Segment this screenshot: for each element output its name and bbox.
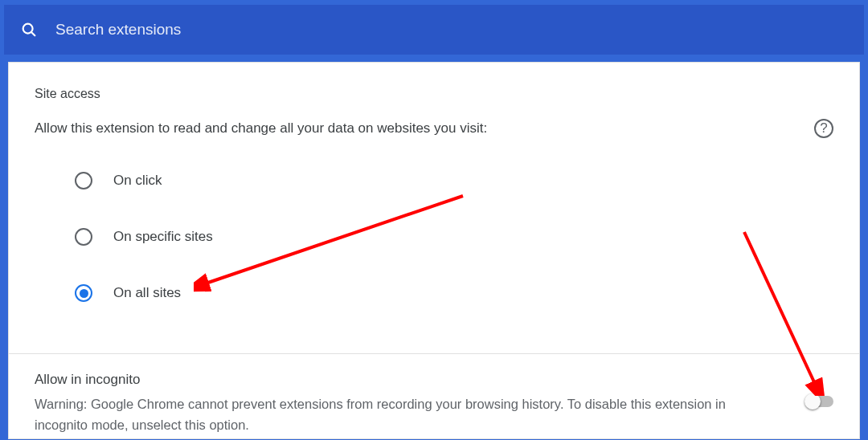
site-access-section: Site access Allow this extension to read… bbox=[9, 63, 859, 353]
panel-wrap: Site access Allow this extension to read… bbox=[0, 55, 868, 439]
settings-panel: Site access Allow this extension to read… bbox=[8, 62, 860, 439]
toggle-track bbox=[806, 396, 833, 407]
search-icon bbox=[20, 21, 38, 39]
site-access-subtitle-row: Allow this extension to read and change … bbox=[35, 119, 833, 138]
radio-on-all-sites[interactable]: On all sites bbox=[75, 265, 833, 321]
svg-line-1 bbox=[31, 32, 35, 35]
radio-label: On all sites bbox=[113, 285, 181, 301]
header-bar bbox=[0, 0, 868, 55]
incognito-toggle[interactable] bbox=[806, 396, 833, 407]
incognito-title: Allow in incognito bbox=[35, 372, 774, 388]
toggle-thumb bbox=[805, 393, 821, 409]
radio-on-click[interactable]: On click bbox=[75, 153, 833, 209]
incognito-section: Allow in incognito Warning: Google Chrom… bbox=[9, 354, 859, 440]
search-bar[interactable] bbox=[4, 5, 864, 55]
radio-dot bbox=[80, 289, 88, 298]
radio-on-specific-sites[interactable]: On specific sites bbox=[75, 209, 833, 265]
search-input[interactable] bbox=[55, 21, 848, 39]
site-access-title: Site access bbox=[35, 87, 833, 101]
site-access-subtitle: Allow this extension to read and change … bbox=[35, 120, 487, 136]
radio-label: On specific sites bbox=[113, 229, 213, 245]
help-icon[interactable]: ? bbox=[814, 119, 833, 138]
radio-icon bbox=[75, 172, 92, 189]
incognito-text-block: Allow in incognito Warning: Google Chrom… bbox=[35, 372, 774, 435]
incognito-warning: Warning: Google Chrome cannot prevent ex… bbox=[35, 394, 774, 435]
site-access-radios: On click On specific sites On all sites bbox=[35, 153, 833, 321]
radio-icon bbox=[75, 228, 92, 246]
radio-icon-selected bbox=[75, 284, 92, 302]
radio-label: On click bbox=[113, 173, 162, 189]
